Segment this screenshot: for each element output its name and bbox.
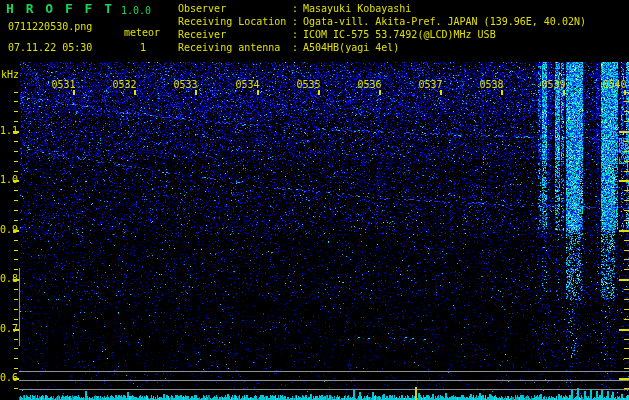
freq-tick-label: 0.9 [0, 224, 13, 236]
time-tick-label: 0534 [235, 79, 260, 91]
spectrogram-canvas [0, 0, 629, 400]
info-separator: : [292, 16, 303, 28]
info-value: ICOM IC-575 53.7492(@LCD)MHz USB [303, 29, 496, 41]
info-row-receiving-location: Receiving Location:Ogata-vill. Akita-Pre… [178, 16, 586, 28]
time-tick-label: 0538 [479, 79, 504, 91]
time-tick-label: 0537 [418, 79, 443, 91]
freq-tick-label: 0.6 [0, 372, 13, 384]
hrofft-output: H R O F F T 1.0.0 0711220530.png meteor … [0, 0, 629, 400]
app-version: 1.0.0 [121, 5, 151, 17]
info-row-observer: Observer:Masayuki Kobayashi [178, 3, 411, 15]
info-label: Receiving antenna [178, 42, 292, 54]
info-separator: : [292, 29, 303, 41]
info-row-receiving-antenna: Receiving antenna:A504HB(yagi 4el) [178, 42, 399, 54]
info-label: Observer [178, 3, 292, 15]
freq-tick-label: 0.8 [0, 273, 13, 285]
time-tick-label: 0536 [357, 79, 382, 91]
info-value: Ogata-vill. Akita-Pref. JAPAN (139.96E, … [303, 16, 586, 28]
freq-tick-label: 1.1 [0, 125, 13, 137]
info-label: Receiver [178, 29, 292, 41]
info-separator: : [292, 42, 303, 54]
freq-tick-label: 0.7 [0, 323, 13, 335]
time-tick-label: 0535 [296, 79, 321, 91]
time-tick-label: 0533 [173, 79, 198, 91]
mode-label: meteor [124, 27, 160, 39]
app-title: H R O F F T [6, 3, 114, 15]
time-tick-label: 0539 [541, 79, 566, 91]
info-value: Masayuki Kobayashi [303, 3, 411, 15]
time-tick-label: 0532 [112, 79, 137, 91]
info-value: A504HB(yagi 4el) [303, 42, 399, 54]
filename: 0711220530.png [8, 21, 92, 33]
info-row-receiver: Receiver:ICOM IC-575 53.7492(@LCD)MHz US… [178, 29, 496, 41]
time-tick-label: 0531 [51, 79, 76, 91]
time-tick-label: 0540 [602, 79, 627, 91]
freq-axis-unit: kHz [1, 69, 19, 81]
info-label: Receiving Location [178, 16, 292, 28]
freq-tick-label: 1.0 [0, 174, 13, 186]
info-separator: : [292, 3, 303, 15]
timestamp: 07.11.22 05:30 [8, 42, 92, 54]
meteor-count: 1 [140, 42, 146, 54]
